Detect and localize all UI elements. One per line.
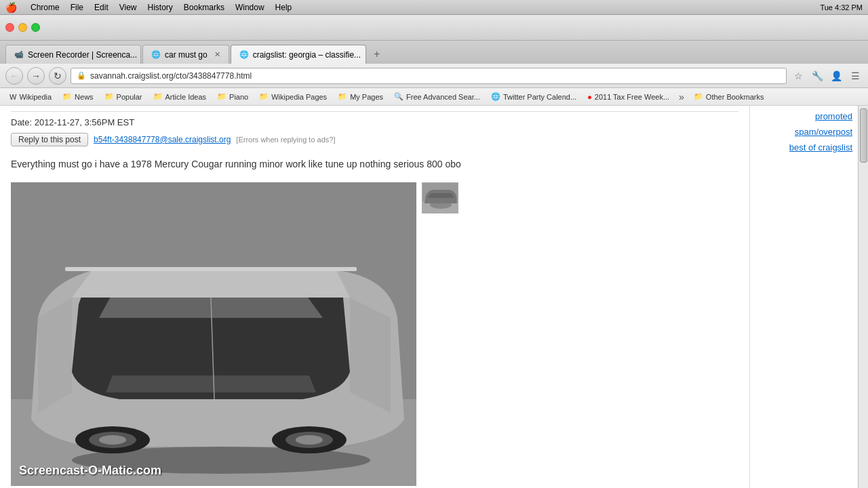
- maximize-button[interactable]: [31, 23, 40, 32]
- address-bar[interactable]: 🔒 savannah.craigslist.org/cto/3438847778…: [71, 68, 787, 84]
- tab-label-2: car must go: [165, 50, 208, 60]
- forward-button[interactable]: →: [27, 67, 45, 85]
- apple-menu[interactable]: 🍎: [5, 2, 17, 13]
- bookmark-news[interactable]: 📁 News: [58, 91, 98, 102]
- menu-help[interactable]: Help: [275, 3, 292, 12]
- tab-label-3: craigslist: georgia – classifie...: [253, 50, 361, 60]
- menu-view[interactable]: View: [119, 3, 137, 12]
- bookmark-folder-icon-mp: 📁: [338, 92, 347, 101]
- post-actions: Reply to this post b54ft-3438847778@sale…: [11, 133, 738, 146]
- bookmark-mp-label: My Pages: [350, 93, 383, 101]
- thumbnail-strip: [422, 182, 458, 214]
- svg-point-5: [99, 435, 126, 445]
- menu-edit[interactable]: Edit: [94, 3, 108, 12]
- bookmark-other[interactable]: 📁 Other Bookmarks: [690, 91, 768, 102]
- bookmark-popular-label: Popular: [117, 93, 142, 101]
- tabs-bar: 📹 Screen Recorder | Screenca... ✕ 🌐 car …: [0, 41, 868, 64]
- bookmark-twitter-label: Twitter Party Calend...: [503, 93, 576, 101]
- bookmark-taxfree[interactable]: ● 2011 Tax Free Week...: [583, 92, 673, 102]
- close-button[interactable]: [5, 23, 14, 32]
- bookmark-news-label: News: [75, 93, 94, 101]
- menu-history[interactable]: History: [148, 3, 173, 12]
- traffic-lights: [5, 23, 40, 32]
- svg-point-8: [296, 435, 323, 445]
- tab-carmustgo[interactable]: 🌐 car must go ✕: [142, 45, 229, 64]
- menu-file[interactable]: File: [71, 3, 83, 12]
- bookmark-folder-icon-popular: 📁: [104, 92, 114, 101]
- user-icon[interactable]: 👤: [829, 68, 844, 83]
- bookmark-article-label: Article Ideas: [165, 93, 207, 101]
- bookmark-red-icon: ●: [587, 93, 592, 101]
- bookmark-freeadvanced[interactable]: 🔍 Free Advanced Sear...: [390, 91, 484, 102]
- thumbnail-1[interactable]: [422, 182, 458, 214]
- reload-button[interactable]: ↻: [49, 67, 66, 85]
- mac-menubar: 🍎 Chrome File Edit View History Bookmark…: [0, 0, 868, 15]
- main-content: Date: 2012-11-27, 3:56PM EST Reply to th…: [0, 106, 749, 488]
- menubar-right: Tue 4:32 PM: [820, 3, 863, 12]
- bookmark-wikipediapages[interactable]: 📁 Wikipedia Pages: [255, 91, 331, 102]
- bookmark-folder-icon-wp: 📁: [259, 92, 269, 101]
- post-date: Date: 2012-11-27, 3:56PM EST: [11, 111, 738, 127]
- spam-overpost-link[interactable]: spam/overpost: [755, 127, 852, 137]
- tab-favicon-1: 📹: [14, 50, 24, 59]
- bookmark-wp-label: Wikipedia Pages: [271, 93, 327, 101]
- promoted-link[interactable]: promoted: [755, 111, 852, 121]
- scrollbar[interactable]: [858, 106, 868, 488]
- bookmark-wikipedia[interactable]: W Wikipedia: [5, 92, 56, 102]
- bookmark-folder-icon-article: 📁: [153, 92, 163, 101]
- back-button[interactable]: ←: [5, 67, 23, 85]
- tab-craigslist[interactable]: 🌐 craigslist: georgia – classifie... ✕: [231, 45, 366, 64]
- bookmark-popular[interactable]: 📁 Popular: [100, 91, 146, 102]
- bookmark-twitter-icon: 🌐: [491, 92, 500, 101]
- tab-label-1: Screen Recorder | Screenca...: [28, 50, 137, 60]
- bookmark-folder-other-icon: 📁: [694, 92, 703, 101]
- svg-rect-9: [65, 267, 357, 271]
- tab-favicon-3: 🌐: [239, 50, 249, 59]
- bookmark-articleideas[interactable]: 📁 Article Ideas: [149, 91, 211, 102]
- menu-bookmarks[interactable]: Bookmarks: [184, 3, 224, 12]
- page-container: Date: 2012-11-27, 3:56PM EST Reply to th…: [0, 106, 868, 488]
- nav-bar: ← → ↻ 🔒 savannah.craigslist.org/cto/3438…: [0, 64, 868, 88]
- reply-to-post-button[interactable]: Reply to this post: [11, 133, 88, 146]
- main-car-image[interactable]: Screencast-O-Matic.com: [11, 182, 416, 486]
- best-of-craigslist-link[interactable]: best of craigslist: [755, 142, 852, 152]
- chrome-menu-icon[interactable]: ☰: [848, 68, 863, 83]
- bookmark-piano-label: Piano: [229, 93, 248, 101]
- bookmark-folder-icon-piano: 📁: [217, 92, 226, 101]
- minimize-button[interactable]: [18, 23, 27, 32]
- bookmark-tf-label: 2011 Tax Free Week...: [595, 93, 669, 101]
- bookmarks-bar: W Wikipedia 📁 News 📁 Popular 📁 Article I…: [0, 88, 868, 106]
- tab-close-2[interactable]: ✕: [214, 50, 220, 59]
- watermark-text: Screencast-O-Matic.com: [19, 464, 161, 478]
- clock-display: Tue 4:32 PM: [820, 3, 863, 12]
- scrollbar-thumb[interactable]: [860, 108, 867, 163]
- bookmark-wikipedia-icon: W: [9, 93, 16, 101]
- bookmark-other-label: Other Bookmarks: [706, 93, 764, 101]
- new-tab-button[interactable]: +: [368, 45, 387, 64]
- right-sidebar: promoted spam/overpost best of craigslis…: [749, 106, 858, 488]
- bookmark-search-icon: 🔍: [394, 92, 403, 101]
- post-body: Everything must go i have a 1978 Mercury…: [11, 157, 738, 171]
- car-image-svg: [11, 182, 416, 486]
- post-email-link[interactable]: b54ft-3438847778@sale.craigslist.org: [94, 135, 231, 144]
- bookmark-fa-label: Free Advanced Sear...: [406, 93, 480, 101]
- menu-window[interactable]: Window: [235, 3, 264, 12]
- lock-icon: 🔒: [77, 71, 86, 80]
- bookmark-star-icon[interactable]: ☆: [791, 68, 806, 83]
- bookmark-piano[interactable]: 📁 Piano: [213, 91, 252, 102]
- extensions-icon[interactable]: 🔧: [810, 68, 825, 83]
- bookmark-mypages[interactable]: 📁 My Pages: [334, 91, 387, 102]
- chrome-titlebar: [0, 15, 868, 41]
- address-text: savannah.craigslist.org/cto/3438847778.h…: [90, 71, 252, 81]
- tab-favicon-2: 🌐: [151, 50, 161, 59]
- errors-link[interactable]: [Errors when replying to ads?]: [236, 136, 335, 144]
- tab-screenrecorder[interactable]: 📹 Screen Recorder | Screenca... ✕: [5, 45, 141, 64]
- nav-icons: ☆ 🔧 👤 ☰: [791, 68, 863, 83]
- bookmark-wikipedia-label: Wikipedia: [19, 93, 52, 101]
- bookmark-folder-icon-news: 📁: [62, 92, 72, 101]
- thumbnail-svg: [422, 183, 458, 214]
- image-container: Screencast-O-Matic.com: [11, 182, 738, 486]
- bookmark-twitter[interactable]: 🌐 Twitter Party Calend...: [487, 91, 580, 102]
- menu-chrome[interactable]: Chrome: [31, 3, 60, 12]
- bookmarks-more-button[interactable]: »: [676, 92, 687, 102]
